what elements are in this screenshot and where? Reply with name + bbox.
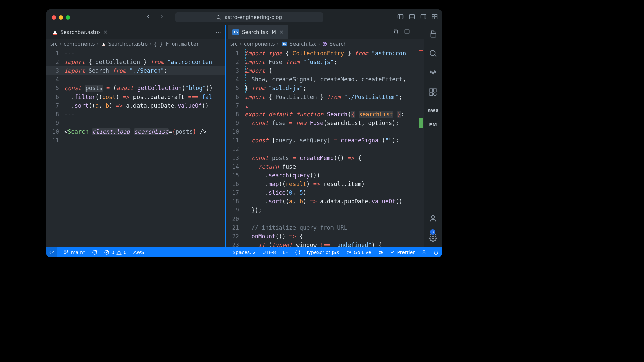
code-line[interactable]: 10<Search client:load searchList={posts}… [46, 127, 225, 136]
panel-left-icon[interactable] [397, 13, 404, 21]
code-line[interactable]: 19 }); [226, 206, 424, 215]
code-content[interactable]: import { [245, 66, 424, 75]
code-content[interactable]: .sort((a, b) => a.data.pubDate.valueOf() [245, 197, 424, 206]
minimize-window-button[interactable] [59, 15, 63, 20]
code-line[interactable]: 10 [226, 127, 424, 136]
tab-close-icon[interactable]: ✕ [103, 29, 108, 35]
code-line[interactable]: 11 const [query, setQuery] = createSigna… [226, 136, 424, 145]
status-prettier[interactable]: Prettier [390, 250, 415, 255]
terraform-icon[interactable] [429, 68, 437, 78]
breadcrumb-item[interactable]: Search [329, 41, 347, 47]
status-sync[interactable] [92, 250, 97, 255]
code-content[interactable] [64, 119, 225, 127]
code-line[interactable]: 18 .sort((a, b) => a.data.pubDate.valueO… [226, 197, 424, 206]
panel-right-icon[interactable] [420, 13, 427, 21]
nav-forward-icon[interactable] [158, 13, 165, 22]
tab-search-tsx[interactable]: TS Search.tsx M ✕ [228, 25, 288, 39]
code-line[interactable]: 12 [226, 145, 424, 154]
code-line[interactable]: 4 Show, createSignal, createMemo, create… [226, 75, 424, 84]
code-line[interactable]: 8--- [46, 110, 225, 119]
code-content[interactable]: const posts = createMemo(() => { [245, 154, 424, 162]
breadcrumb-item[interactable]: components [244, 41, 275, 47]
status-bell[interactable] [433, 250, 439, 255]
remote-indicator[interactable] [46, 247, 57, 257]
code-line[interactable]: 7 .sort((a, b) => a.data.pubDate.valueOf… [46, 101, 225, 110]
breadcrumb-item[interactable]: src [230, 41, 238, 47]
editor-right[interactable]: ▶ 1import type { CollectionEntry } from … [226, 49, 424, 247]
breadcrumb-item[interactable]: { } Frontmatter [154, 41, 199, 47]
code-content[interactable]: }); [245, 206, 424, 215]
code-content[interactable]: return fuse [245, 162, 424, 171]
code-line[interactable]: 4 [46, 75, 225, 84]
minimap[interactable] [419, 50, 423, 129]
split-editor-icon[interactable] [404, 28, 410, 36]
tab-close-icon[interactable]: ✕ [279, 29, 284, 35]
aws-icon[interactable]: aws [428, 107, 438, 113]
code-content[interactable]: --- [64, 49, 225, 58]
code-content[interactable] [245, 101, 424, 110]
accounts-icon[interactable]: 3 [429, 214, 437, 224]
code-line[interactable]: 9 [46, 119, 225, 127]
breadcrumbs-left[interactable]: src › components › Searchbar.astro › { }… [46, 39, 225, 49]
code-content[interactable]: .slice(0, 5) [245, 188, 424, 197]
search-icon[interactable] [429, 49, 437, 59]
code-content[interactable]: import type { CollectionEntry } from "as… [245, 49, 424, 58]
status-encoding[interactable]: UTF-8 [262, 250, 276, 255]
code-content[interactable]: const posts = (await getCollection("blog… [64, 84, 225, 93]
code-line[interactable]: 20 [226, 215, 424, 223]
code-content[interactable]: .sort((a, b) => a.data.pubDate.valueOf() [64, 101, 225, 110]
status-golive[interactable]: Go Live [346, 250, 371, 255]
status-eol[interactable]: LF [283, 250, 288, 255]
code-line[interactable]: 6 .filter((post) => post.data.draft === … [46, 93, 225, 101]
breadcrumb-item[interactable]: Searchbar.astro [108, 41, 148, 47]
code-line[interactable]: 3import { [226, 66, 424, 75]
code-content[interactable]: } from "solid-js"; [245, 84, 424, 93]
code-line[interactable]: 21 // initialize query from URL [226, 223, 424, 232]
code-line[interactable]: 13 const posts = createMemo(() => { [226, 154, 424, 162]
code-content[interactable]: import Search from "./Search"; [64, 66, 225, 75]
code-content[interactable] [245, 215, 424, 223]
code-content[interactable]: // initialize query from URL [245, 223, 424, 232]
code-content[interactable]: onMount(() => { [245, 232, 424, 241]
extensions-manage-icon[interactable] [429, 88, 437, 98]
code-line[interactable]: 2import Fuse from "fuse.js"; [226, 58, 424, 66]
code-content[interactable]: <Search client:load searchList={posts} /… [64, 127, 225, 136]
status-feedback[interactable] [421, 250, 427, 255]
code-content[interactable]: --- [64, 110, 225, 119]
status-spaces[interactable]: Spaces: 2 [233, 250, 256, 255]
tab-searchbar-astro[interactable]: Searchbar.astro ✕ [48, 25, 112, 39]
more-icon[interactable]: ⋯ [430, 137, 436, 143]
code-content[interactable]: export default function Search({ searchL… [245, 110, 424, 119]
code-content[interactable] [245, 127, 424, 136]
code-content[interactable] [245, 145, 424, 154]
code-line[interactable]: 16 .map((result) => result.item) [226, 180, 424, 188]
close-window-button[interactable] [52, 15, 56, 20]
code-content[interactable] [64, 75, 225, 84]
code-line[interactable]: 22 onMount(() => { [226, 232, 424, 241]
breadcrumb-item[interactable]: components [64, 41, 95, 47]
nav-back-icon[interactable] [145, 13, 152, 22]
status-problems[interactable]: 0 0 [104, 250, 127, 255]
code-line[interactable]: 5} from "solid-js"; [226, 84, 424, 93]
fm-icon[interactable]: FM [429, 122, 437, 127]
code-content[interactable]: import { getCollection } from "astro:con… [64, 58, 225, 66]
status-branch[interactable]: main* [64, 250, 85, 255]
more-icon[interactable]: ⋯ [415, 28, 420, 36]
code-content[interactable]: .filter((post) => post.data.draft === fa… [64, 93, 225, 101]
code-content[interactable]: .map((result) => result.item) [245, 180, 424, 188]
explorer-icon[interactable] [429, 29, 437, 40]
breadcrumb-item[interactable]: src [50, 41, 58, 47]
layout-customize-icon[interactable] [431, 13, 438, 21]
code-line[interactable]: 8export default function Search({ search… [226, 110, 424, 119]
code-line[interactable]: 6import { PostListItem } from "./PostLis… [226, 93, 424, 101]
code-content[interactable]: if (typeof window !== "undefined") { [245, 241, 424, 247]
code-content[interactable]: import { PostListItem } from "./PostList… [245, 93, 424, 101]
code-line[interactable]: 3import Search from "./Search"; [46, 66, 225, 75]
code-line[interactable]: 9 const fuse = new Fuse(searchList, opti… [226, 119, 424, 127]
code-line[interactable]: 11 [46, 136, 225, 145]
code-content[interactable]: const [query, setQuery] = createSignal("… [245, 136, 424, 145]
code-line[interactable]: 14 return fuse [226, 162, 424, 171]
panel-bottom-icon[interactable] [409, 13, 415, 21]
code-line[interactable]: 7 [226, 101, 424, 110]
code-line[interactable]: 15 .search(query()) [226, 171, 424, 180]
